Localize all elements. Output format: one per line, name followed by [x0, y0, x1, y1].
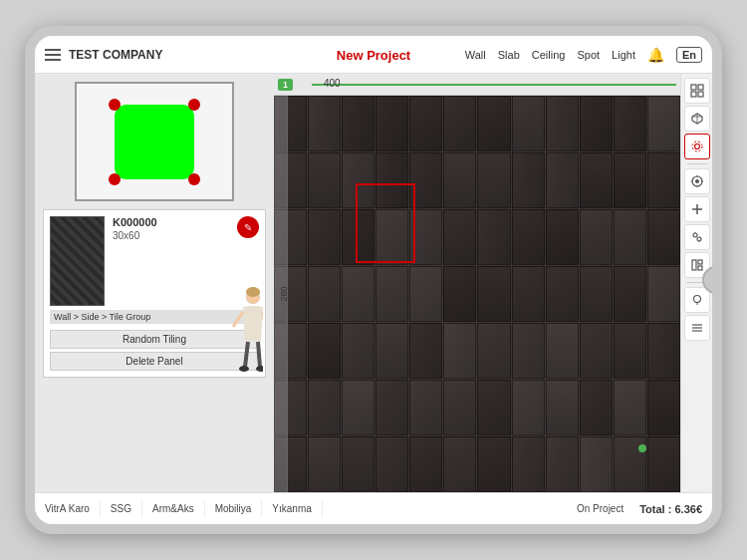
- svg-point-26: [697, 237, 701, 241]
- tile-cell: [477, 96, 510, 151]
- tile-cell: [580, 266, 613, 322]
- tile-info-card: K000000 30x60 ✎ Wall > Side > Tile Group…: [43, 209, 266, 378]
- tile-cell: [477, 266, 510, 322]
- tile-cell: [546, 436, 579, 492]
- tile-cell: [409, 152, 442, 208]
- tab-vitra-karo[interactable]: VitrA Karo: [45, 500, 101, 517]
- svg-rect-31: [698, 260, 702, 264]
- edit-icon: ✎: [244, 222, 252, 233]
- corner-handle-tl[interactable]: [109, 99, 121, 111]
- tile-canvas[interactable]: 260: [274, 96, 680, 492]
- svg-point-33: [693, 296, 700, 303]
- tile-cell: [647, 266, 680, 322]
- nav-wall[interactable]: Wall: [465, 49, 486, 61]
- dimension-bar: 1 400: [274, 74, 680, 96]
- tile-edit-button[interactable]: ✎: [237, 216, 259, 238]
- tile-size: 30x60: [113, 230, 157, 241]
- tile-cell: [308, 266, 341, 322]
- dimension-badge: 1: [278, 79, 293, 91]
- vert-dim-bar: 260: [274, 96, 288, 492]
- tile-code: K000000: [113, 216, 157, 228]
- tile-cell: [342, 209, 374, 265]
- tile-cell: [614, 209, 646, 265]
- tile-cell: [342, 96, 374, 151]
- bottom-bar: VitrA Karo SSG Arm&Aks Mobiliya Yıkanma …: [35, 492, 712, 524]
- left-panel: K000000 30x60 ✎ Wall > Side > Tile Group…: [35, 74, 274, 492]
- svg-rect-11: [698, 92, 703, 97]
- tab-yikanma[interactable]: Yıkanma: [262, 500, 322, 517]
- nav-light[interactable]: Light: [612, 49, 635, 61]
- tab-arm-aks[interactable]: Arm&Aks: [142, 500, 205, 517]
- canvas-area[interactable]: 1 400 260: [274, 74, 680, 492]
- tile-cell: [477, 209, 510, 265]
- shape-preview[interactable]: [75, 82, 234, 201]
- corner-handle-tr[interactable]: [188, 99, 200, 111]
- tile-cell: [477, 436, 510, 492]
- dimension-line: [312, 84, 676, 86]
- svg-point-15: [694, 144, 699, 149]
- tile-cell: [546, 209, 579, 265]
- tile-cell: [342, 266, 374, 322]
- light-button[interactable]: [684, 287, 710, 313]
- hamburger-menu[interactable]: [45, 49, 61, 61]
- link-icon: [690, 230, 704, 244]
- dimension-value: 400: [324, 78, 341, 89]
- vert-dim-label: 260: [279, 286, 289, 301]
- svg-point-6: [239, 366, 249, 372]
- svg-point-7: [256, 366, 263, 372]
- layers-button[interactable]: [684, 315, 710, 341]
- tab-mobiliya[interactable]: Mobiliya: [205, 500, 263, 517]
- tab-ssg[interactable]: SSG: [101, 500, 142, 517]
- tile-cell: [375, 209, 408, 265]
- grid-icon: [690, 84, 704, 98]
- nav-ceiling[interactable]: Ceiling: [532, 49, 566, 61]
- tile-cell: [546, 96, 579, 151]
- tile-details: K000000 30x60: [113, 216, 157, 245]
- tile-cell: [512, 380, 545, 435]
- tile-cell: [546, 323, 579, 379]
- nav-slab[interactable]: Slab: [498, 49, 520, 61]
- toolbar-divider-1: [687, 163, 707, 164]
- svg-rect-32: [698, 266, 702, 270]
- chain-button[interactable]: [684, 224, 710, 250]
- target-button[interactable]: [684, 168, 710, 194]
- tile-cell: [308, 152, 341, 208]
- tile-cell: [443, 209, 476, 265]
- plus-icon: [690, 202, 704, 216]
- tile-cell: [409, 323, 442, 379]
- settings-button[interactable]: [684, 134, 710, 159]
- company-name: TEST COMPANY: [69, 48, 162, 62]
- svg-line-2: [233, 312, 243, 327]
- tile-cell: [342, 152, 374, 208]
- language-selector[interactable]: En: [676, 47, 702, 63]
- tile-cell: [580, 323, 613, 379]
- 3d-view-button[interactable]: [684, 106, 710, 132]
- tile-cell: [342, 323, 374, 379]
- add-button[interactable]: [684, 196, 710, 222]
- tile-cell: [409, 96, 442, 151]
- tile-cell: [580, 96, 613, 151]
- bell-icon[interactable]: 🔔: [647, 47, 664, 63]
- tile-cell: [409, 436, 442, 492]
- grid-view-button[interactable]: [684, 78, 710, 104]
- corner-handle-bl[interactable]: [109, 173, 121, 185]
- tile-cell: [614, 266, 646, 322]
- tile-cell: [647, 380, 680, 435]
- tile-cell: [614, 323, 646, 379]
- layout-icon: [690, 258, 704, 272]
- tile-cell: [614, 380, 646, 435]
- svg-line-5: [258, 342, 260, 367]
- tile-preview-image: [50, 216, 105, 306]
- svg-rect-8: [691, 85, 696, 90]
- tile-cell: [614, 152, 646, 208]
- total-label: Total :: [639, 503, 671, 515]
- tile-cell: [342, 380, 374, 435]
- tile-cell: [443, 266, 476, 322]
- tile-cell: [477, 152, 510, 208]
- home-button[interactable]: [702, 266, 722, 294]
- project-title[interactable]: New Project: [337, 48, 410, 63]
- tile-cell: [375, 323, 408, 379]
- corner-handle-br[interactable]: [188, 173, 200, 185]
- bulb-icon: [690, 293, 704, 307]
- nav-spot[interactable]: Spot: [577, 49, 600, 61]
